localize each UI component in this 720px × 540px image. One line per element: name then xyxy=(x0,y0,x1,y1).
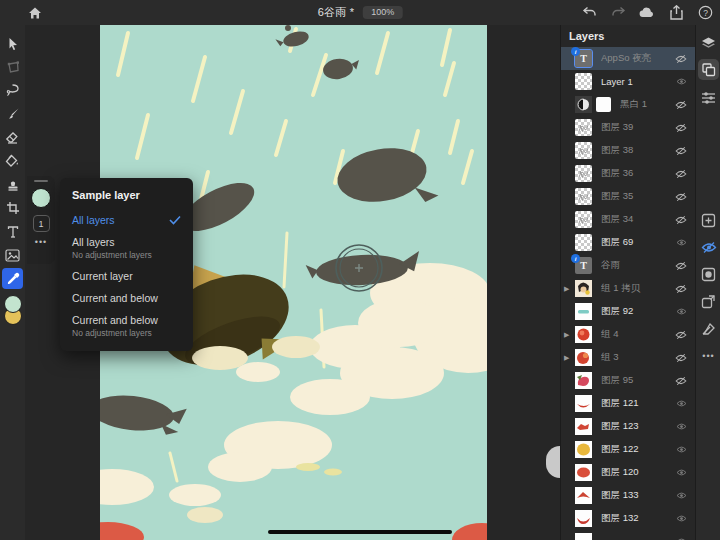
help-icon[interactable]: ? xyxy=(696,4,714,22)
layer-row[interactable]: 图层 35 xyxy=(561,185,695,208)
disclosure-triangle-icon[interactable]: ▶ xyxy=(564,285,569,293)
layer-row[interactable]: 图层 122 xyxy=(561,438,695,461)
layer-thumbnail xyxy=(575,418,592,435)
type-tool-icon[interactable] xyxy=(2,221,23,242)
layer-row[interactable]: 图层 36 xyxy=(561,162,695,185)
layer-visibility-toggle[interactable] xyxy=(673,166,689,182)
eraser-tool-icon[interactable] xyxy=(2,127,23,148)
layer-properties-icon[interactable] xyxy=(698,59,719,80)
layer-visibility-toggle[interactable] xyxy=(673,465,689,481)
place-image-tool-icon[interactable] xyxy=(2,245,23,266)
clip-icon[interactable] xyxy=(698,318,719,339)
layer-visibility-toggle[interactable] xyxy=(673,419,689,435)
layer-visibility-toggle[interactable] xyxy=(673,143,689,159)
popup-item[interactable]: Current layer xyxy=(60,265,193,287)
layer-name: 图层 69 xyxy=(601,236,673,249)
home-indicator[interactable] xyxy=(268,530,452,534)
popup-item[interactable]: Current and belowNo adjustment layers xyxy=(60,309,193,343)
layer-visibility-toggle[interactable] xyxy=(673,189,689,205)
disclosure-triangle-icon[interactable]: ▶ xyxy=(564,354,569,362)
layer-thumbnail xyxy=(575,303,592,320)
adjustments-icon[interactable] xyxy=(698,87,719,108)
sample-size-button[interactable]: 1 xyxy=(33,215,50,232)
layer-row[interactable]: 图层 95 xyxy=(561,369,695,392)
layer-name: 图层 132 xyxy=(601,512,673,525)
layer-row[interactable]: 图层 121 xyxy=(561,392,695,415)
color-swatches[interactable] xyxy=(3,295,23,327)
layer-row[interactable]: ▶组 3 xyxy=(561,346,695,369)
popup-item[interactable]: All layersNo adjustment layers xyxy=(60,231,193,265)
layer-visibility-toggle[interactable] xyxy=(673,442,689,458)
layer-row[interactable]: 图层 39 xyxy=(561,116,695,139)
foreground-color-swatch[interactable] xyxy=(4,295,22,313)
layer-visibility-toggle[interactable] xyxy=(673,97,689,113)
fill-tool-icon[interactable] xyxy=(2,151,23,172)
layer-row[interactable]: 图层 92 xyxy=(561,300,695,323)
layer-row[interactable]: ▶组 1 拷贝 xyxy=(561,277,695,300)
layer-row[interactable]: 图层 123 xyxy=(561,415,695,438)
undo-icon[interactable] xyxy=(580,4,598,22)
layer-name: 图层 34 xyxy=(601,213,673,226)
layer-row[interactable]: 图层 133 xyxy=(561,484,695,507)
clone-stamp-tool-icon[interactable] xyxy=(2,174,23,195)
layer-visibility-toggle[interactable] xyxy=(673,258,689,274)
layer-row[interactable]: 图层 69 xyxy=(561,231,695,254)
move-tool-icon[interactable] xyxy=(2,33,23,54)
layer-row[interactable]: ▶组 4 xyxy=(561,323,695,346)
layer-name: 图层 133 xyxy=(601,489,673,502)
layer-row[interactable]: 图层 38 xyxy=(561,139,695,162)
tool-options-more-button[interactable]: ••• xyxy=(35,240,47,244)
add-layer-icon[interactable] xyxy=(698,210,719,231)
layer-row[interactable]: 图层 34 xyxy=(561,208,695,231)
more-icon[interactable]: ••• xyxy=(698,345,719,366)
layer-visibility-toggle[interactable] xyxy=(673,350,689,366)
home-icon[interactable] xyxy=(26,4,44,22)
eyedropper-tool-icon[interactable] xyxy=(2,268,23,289)
layers-panel: Layers iTAppSo 夜亮Layer 1黑白 1图层 39图层 38图层… xyxy=(560,25,695,540)
layer-row[interactable] xyxy=(561,530,695,540)
lasso-tool-icon[interactable] xyxy=(2,80,23,101)
disclosure-triangle-icon[interactable]: ▶ xyxy=(564,331,569,339)
layer-row[interactable]: Layer 1 xyxy=(561,70,695,93)
layer-row[interactable]: 图层 132 xyxy=(561,507,695,530)
brush-tool-icon[interactable] xyxy=(2,104,23,125)
layer-visibility-toggle[interactable] xyxy=(673,281,689,297)
crop-tool-icon[interactable] xyxy=(2,198,23,219)
redo-icon[interactable] xyxy=(609,4,627,22)
panel-drawer-handle[interactable] xyxy=(546,446,560,478)
drag-handle[interactable] xyxy=(34,180,48,182)
sampled-color-preview[interactable] xyxy=(31,188,51,208)
popup-item[interactable]: All layers xyxy=(60,209,193,231)
popup-item[interactable]: Current and below xyxy=(60,287,193,309)
layer-visibility-toggle[interactable] xyxy=(673,488,689,504)
visibility-icon[interactable] xyxy=(698,237,719,258)
layer-name: Layer 1 xyxy=(601,76,673,87)
layer-visibility-toggle[interactable] xyxy=(673,120,689,136)
cloud-sync-icon[interactable] xyxy=(638,4,656,22)
document-title: 6谷雨 * xyxy=(318,5,354,20)
layer-row[interactable]: iTAppSo 夜亮 xyxy=(561,47,695,70)
layer-row[interactable]: 黑白 1 xyxy=(561,93,695,116)
layer-row[interactable]: 图层 120 xyxy=(561,461,695,484)
layers-icon[interactable] xyxy=(698,33,719,54)
layer-row[interactable]: iT谷雨 xyxy=(561,254,695,277)
layer-visibility-toggle[interactable] xyxy=(673,511,689,527)
layer-thumbnail xyxy=(575,326,592,343)
layer-visibility-toggle[interactable] xyxy=(673,373,689,389)
layer-name: 图层 121 xyxy=(601,397,673,410)
duplicate-icon[interactable] xyxy=(698,291,719,312)
layer-visibility-toggle[interactable] xyxy=(673,327,689,343)
layer-visibility-toggle[interactable] xyxy=(673,74,689,90)
layer-visibility-toggle[interactable] xyxy=(673,212,689,228)
share-icon[interactable] xyxy=(667,4,685,22)
layer-visibility-toggle[interactable] xyxy=(673,396,689,412)
layer-visibility-toggle[interactable] xyxy=(673,534,689,540)
zoom-level-badge[interactable]: 100% xyxy=(363,6,402,19)
layer-thumbnail: iT xyxy=(575,50,592,67)
transform-tool-icon[interactable] xyxy=(2,57,23,78)
layer-thumbnail xyxy=(575,96,592,113)
layer-mask-icon[interactable] xyxy=(698,264,719,285)
layer-visibility-toggle[interactable] xyxy=(673,51,689,67)
layer-visibility-toggle[interactable] xyxy=(673,304,689,320)
layer-visibility-toggle[interactable] xyxy=(673,235,689,251)
